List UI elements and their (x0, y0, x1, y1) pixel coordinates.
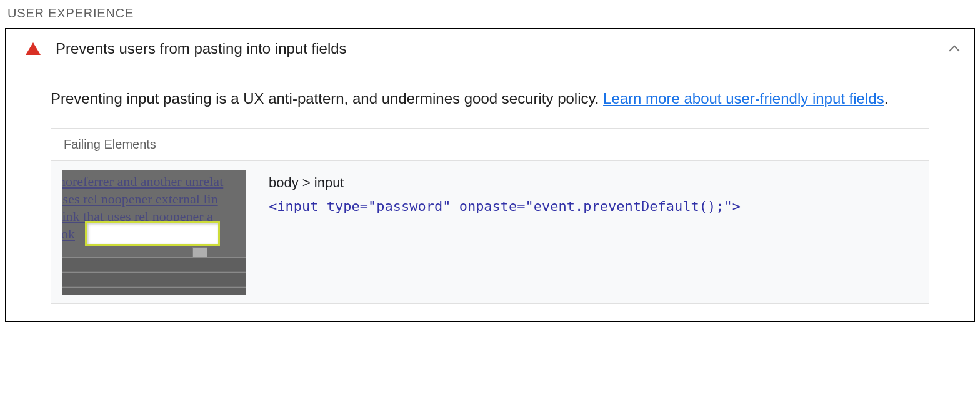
element-selector: body > input (269, 175, 918, 191)
thumb-bg-text: ok (62, 226, 75, 242)
audit-description-post: . (884, 90, 889, 107)
failing-elements-panel: Failing Elements noreferrer and another … (51, 128, 929, 304)
element-thumbnail[interactable]: noreferrer and another unrelat t uses re… (62, 170, 246, 295)
audit-body: Preventing input pasting is a UX anti-pa… (6, 69, 974, 321)
thumb-bg-text: noreferrer and another unrelat (62, 174, 223, 190)
section-header: USER EXPERIENCE (5, 6, 975, 21)
audit-description: Preventing input pasting is a UX anti-pa… (51, 87, 929, 110)
audit-header[interactable]: Prevents users from pasting into input f… (6, 29, 974, 69)
audit-description-text: Preventing input pasting is a UX anti-pa… (51, 90, 603, 107)
chevron-up-icon[interactable] (949, 44, 959, 54)
failing-element-row: noreferrer and another unrelat t uses re… (51, 161, 929, 303)
element-snippet: <input type="password" onpaste="event.pr… (269, 199, 918, 214)
failing-elements-header: Failing Elements (51, 129, 929, 161)
thumbnail-highlighted-input (85, 221, 220, 246)
warning-triangle-icon (26, 42, 41, 55)
thumb-bg-stripe (62, 257, 246, 271)
learn-more-link[interactable]: Learn more about user-friendly input fie… (603, 90, 884, 107)
audit-title: Prevents users from pasting into input f… (56, 40, 949, 57)
thumb-bg-stripe (62, 272, 246, 286)
thumb-bg-text: t uses rel noopener external lin (62, 191, 218, 207)
audit-card: Prevents users from pasting into input f… (5, 28, 975, 322)
element-details: body > input <input type="password" onpa… (269, 170, 918, 295)
thumb-bg-stripe (62, 287, 246, 295)
